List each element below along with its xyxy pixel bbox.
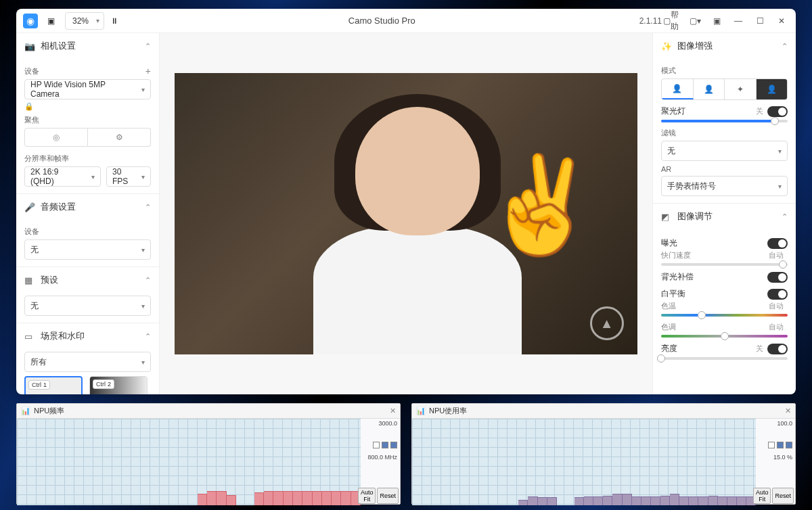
focus-label: 聚焦	[24, 115, 39, 125]
spotlight-slider[interactable]	[771, 117, 779, 125]
zoom-value: 32%	[72, 16, 89, 26]
close-button[interactable]: ✕	[771, 11, 792, 30]
watermark-icon: ▲	[590, 306, 624, 340]
brightness-label: 亮度	[661, 343, 756, 354]
mode-dark-button[interactable]: 👤	[757, 79, 788, 99]
ar-select[interactable]: 手势表情符号	[661, 176, 788, 196]
audio-section-header[interactable]: 🎤 音频设置 ⌃	[16, 194, 159, 220]
ar-label: AR	[661, 165, 671, 173]
autofit-button[interactable]: Auto Fit	[753, 488, 771, 504]
scene-filter-select[interactable]: 所有	[24, 352, 151, 372]
exposure-label: 曝光	[661, 237, 767, 249]
audio-device-select[interactable]: 无	[24, 239, 151, 260]
preset-icon: ▦	[24, 275, 35, 285]
reset-button[interactable]: Reset	[377, 488, 399, 504]
backlight-label: 背光补偿	[661, 271, 767, 283]
npu-usage-panel: 📊NPU使用率✕ 100.0 15.0 % 0.0 Auto FitReset	[411, 403, 796, 505]
audio-device-label: 设备	[24, 227, 39, 237]
pause-button[interactable]: ⏸	[104, 11, 125, 30]
camera-section-header[interactable]: 📷 相机设置 ⌃	[16, 33, 159, 59]
video-preview: ✌️ ▲	[160, 33, 652, 394]
tint-label: 色调	[661, 322, 769, 332]
chart-icon: 📊	[416, 407, 426, 415]
device-label: 设备	[24, 66, 39, 76]
mode-label: 模式	[661, 66, 676, 76]
wb-label: 白平衡	[661, 288, 767, 300]
camera-icon: 📷	[24, 41, 35, 51]
peace-emoji-overlay: ✌️	[482, 158, 600, 252]
npu-freq-chart	[17, 419, 361, 505]
mode-effects-button[interactable]: ✦	[725, 79, 757, 99]
app-title: Camo Studio Pro	[125, 16, 639, 26]
right-panel: ✨ 图像增强 ⌃ 模式 👤 👤 ✦ 👤 聚光灯关 滤镜 无	[652, 33, 796, 394]
adjust-section-title: 图像调节	[677, 210, 713, 223]
brightness-toggle[interactable]	[767, 344, 788, 354]
video-frame: ✌️ ▲	[175, 73, 637, 355]
focus-manual-button[interactable]: ⚙	[88, 128, 151, 147]
sidebar-toggle-button[interactable]: ▣	[41, 11, 61, 30]
shutter-slider[interactable]	[779, 260, 787, 269]
scene-icon: ▭	[24, 331, 35, 342]
mode-portrait-button[interactable]: 👤	[662, 79, 694, 99]
npu-freq-panel: 📊NPU频率✕ 3000.0 800.0 MHz Auto FitReset	[16, 403, 401, 505]
scene-section-header[interactable]: ▭ 场景和水印 ⌃	[16, 323, 159, 349]
chevron-up-icon: ⌃	[145, 203, 151, 212]
close-icon[interactable]: ✕	[785, 407, 791, 415]
enhance-section-title: 图像增强	[677, 40, 713, 52]
left-sidebar: 📷 相机设置 ⌃ 设备+ HP Wide Vision 5MP Camera 🔒…	[16, 33, 160, 394]
camera-device-select[interactable]: HP Wide Vision 5MP Camera	[24, 79, 151, 99]
maximize-button[interactable]: ☐	[750, 11, 770, 30]
spotlight-toggle[interactable]	[767, 106, 788, 117]
zoom-select[interactable]: 32%	[65, 12, 104, 30]
shutter-label: 快门速度	[661, 250, 769, 260]
reset-button[interactable]: Reset	[772, 488, 794, 504]
focus-auto-button[interactable]: ◎	[24, 128, 88, 147]
tint-slider[interactable]	[721, 332, 729, 340]
npu-freq-title: NPU频率	[34, 406, 64, 416]
chevron-up-icon: ⌃	[782, 212, 788, 221]
version-label: 2.1.11	[639, 16, 662, 26]
chevron-up-icon: ⌃	[145, 276, 151, 285]
preset-select[interactable]: 无	[24, 296, 151, 316]
record-button[interactable]: ▢▾	[685, 11, 705, 30]
camera-section-title: 相机设置	[41, 40, 76, 52]
preset-section-header[interactable]: ▦ 预设 ⌃	[16, 267, 159, 293]
panel-toggle-button[interactable]: ▣	[706, 11, 727, 30]
scene-thumb-2[interactable]: Ctrl2	[89, 376, 148, 394]
npu-usage-title: NPU使用率	[429, 406, 467, 416]
main-area: 📷 相机设置 ⌃ 设备+ HP Wide Vision 5MP Camera 🔒…	[16, 33, 796, 394]
chevron-up-icon: ⌃	[145, 332, 151, 341]
brightness-slider[interactable]	[657, 354, 665, 363]
lock-icon: 🔒	[24, 102, 151, 111]
app-window: ◉ ▣ 32% ⏸ Camo Studio Pro 2.1.11 ▢ 帮助 ▢▾…	[16, 9, 796, 394]
filter-label: 滤镜	[661, 128, 676, 138]
resolution-select[interactable]: 2K 16:9 (QHD)	[24, 166, 101, 187]
enhance-section-header[interactable]: ✨ 图像增强 ⌃	[653, 33, 796, 59]
audio-section-title: 音频设置	[41, 201, 76, 213]
filter-select[interactable]: 无	[661, 141, 788, 161]
magic-icon: ✨	[661, 41, 672, 51]
adjust-icon: ◩	[661, 212, 672, 222]
chevron-up-icon: ⌃	[782, 42, 788, 51]
preset-section-title: 预设	[41, 274, 58, 286]
exposure-toggle[interactable]	[767, 238, 788, 249]
backlight-toggle[interactable]	[767, 272, 788, 283]
chevron-up-icon: ⌃	[145, 42, 151, 51]
help-menu[interactable]: ▢ 帮助	[663, 11, 683, 30]
adjust-section-header[interactable]: ◩ 图像调节 ⌃	[653, 204, 796, 229]
temp-slider[interactable]	[698, 311, 706, 319]
titlebar: ◉ ▣ 32% ⏸ Camo Studio Pro 2.1.11 ▢ 帮助 ▢▾…	[16, 9, 796, 33]
mic-icon: 🎤	[24, 202, 35, 212]
wb-toggle[interactable]	[767, 289, 788, 300]
app-logo-icon: ◉	[23, 14, 38, 28]
scene-section-title: 场景和水印	[41, 330, 85, 342]
scene-thumb-1[interactable]: Ctrl1	[24, 376, 83, 394]
mode-desk-button[interactable]: 👤	[694, 79, 725, 99]
close-icon[interactable]: ✕	[390, 407, 396, 415]
add-device-button[interactable]: +	[145, 66, 151, 76]
minimize-button[interactable]: —	[728, 11, 748, 30]
temp-label: 色温	[661, 301, 769, 311]
autofit-button[interactable]: Auto Fit	[358, 488, 376, 504]
fps-select[interactable]: 30 FPS	[106, 166, 151, 187]
npu-usage-chart	[412, 419, 756, 505]
